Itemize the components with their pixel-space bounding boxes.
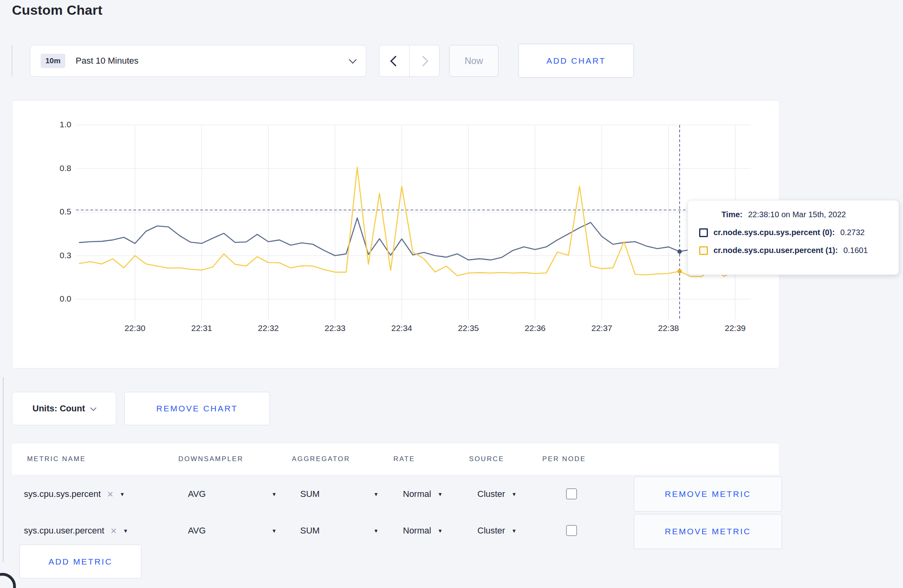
source-select[interactable]: Cluster▼ xyxy=(477,526,517,536)
toolbar-divider xyxy=(12,45,12,76)
caret-down-icon[interactable]: ▼ xyxy=(272,491,277,497)
tooltip-series-value: 0.2732 xyxy=(840,228,865,237)
per-node-checkbox[interactable] xyxy=(566,525,577,536)
time-range-badge: 10m xyxy=(41,54,65,68)
tooltip-series-name: cr.node.sys.cpu.user.percent (1): xyxy=(713,246,838,255)
downsampler-value: AVG xyxy=(188,489,206,499)
rate-value: Normal xyxy=(403,526,431,536)
y-axis-label: 0.5 xyxy=(47,207,71,216)
aggregator-select[interactable]: SUM xyxy=(300,489,320,499)
series-line-sys xyxy=(79,218,746,260)
tooltip-series-value: 0.1601 xyxy=(843,246,868,255)
downsampler-select[interactable]: AVG xyxy=(188,489,206,499)
chevron-down-icon xyxy=(90,405,97,411)
tooltip-time-label: Time: xyxy=(721,210,743,219)
col-metric-name: METRIC NAME xyxy=(27,455,86,463)
time-range-label: Past 10 Minutes xyxy=(76,56,139,66)
col-source: SOURCE xyxy=(469,455,504,463)
downsampler-select[interactable]: AVG xyxy=(188,526,206,536)
x-axis-label: 22:38 xyxy=(647,323,690,333)
time-nav-group xyxy=(379,45,440,77)
caret-down-icon[interactable]: ▼ xyxy=(272,528,277,534)
units-label: Units: Count xyxy=(33,403,85,414)
metric-name-select[interactable]: sys.cpu.user.percent × ▼ xyxy=(24,526,128,536)
cropped-floating-button xyxy=(0,573,16,588)
prev-range-button[interactable] xyxy=(379,45,409,76)
x-axis-label: 22:34 xyxy=(380,323,424,333)
section-left-rule xyxy=(3,377,4,562)
chevron-down-icon xyxy=(349,56,357,64)
y-axis-label: 1.0 xyxy=(47,120,71,129)
y-axis-label: 0.3 xyxy=(47,251,71,260)
y-axis-label: 0.8 xyxy=(47,164,71,173)
remove-metric-button[interactable]: REMOVE METRIC xyxy=(634,477,782,512)
rate-value: Normal xyxy=(403,489,431,499)
rate-select[interactable]: Normal▼ xyxy=(403,526,443,536)
custom-chart-page: Custom Chart 10m Past 10 Minutes Now ADD… xyxy=(0,0,903,588)
x-axis-label: 22:33 xyxy=(313,323,357,333)
units-select[interactable]: Units: Count xyxy=(12,392,116,425)
now-button[interactable]: Now xyxy=(449,45,498,77)
remove-chart-button[interactable]: REMOVE CHART xyxy=(124,392,270,425)
metric-name-value: sys.cpu.sys.percent xyxy=(24,489,101,499)
series-swatch-user-icon xyxy=(699,246,708,255)
tooltip-time: Time:22:38:10 on Mar 15th, 2022 xyxy=(721,210,889,219)
series-swatch-sys-icon xyxy=(699,228,708,237)
caret-down-icon: ▼ xyxy=(512,491,517,497)
time-range-select[interactable]: 10m Past 10 Minutes xyxy=(30,45,366,77)
tooltip-series-row: cr.node.sys.cpu.sys.percent (0): 0.2732 xyxy=(699,228,889,237)
caret-down-icon: ▼ xyxy=(438,491,443,497)
metric-name-select[interactable]: sys.cpu.sys.percent × ▼ xyxy=(24,489,125,499)
y-axis-label: 0.0 xyxy=(47,294,71,304)
caret-down-icon: ▼ xyxy=(119,491,125,497)
col-aggregator: AGGREGATOR xyxy=(292,455,350,463)
col-rate: RATE xyxy=(393,455,415,463)
chevron-left-icon xyxy=(390,56,401,66)
x-axis-label: 22:36 xyxy=(513,323,557,333)
table-row: sys.cpu.user.percent × ▼ AVG ▼ SUM ▼ Nor… xyxy=(12,513,779,549)
caret-down-icon: ▼ xyxy=(512,528,517,534)
aggregator-value: SUM xyxy=(300,526,320,536)
tooltip-time-value: 22:38:10 on Mar 15th, 2022 xyxy=(748,210,846,219)
x-axis-label: 22:39 xyxy=(713,323,757,333)
x-axis-label: 22:35 xyxy=(447,323,491,333)
x-axis-label: 22:31 xyxy=(180,323,224,333)
next-range-button[interactable] xyxy=(409,45,440,76)
chart-card[interactable]: 0.00.30.50.81.022:3022:3122:3222:3322:34… xyxy=(12,100,780,368)
x-axis-label: 22:32 xyxy=(246,323,290,333)
remove-value-icon[interactable]: × xyxy=(111,526,117,536)
caret-down-icon: ▼ xyxy=(123,528,128,534)
metrics-table-header: METRIC NAME DOWNSAMPLER AGGREGATOR RATE … xyxy=(12,444,779,475)
chevron-right-icon xyxy=(418,56,428,66)
caret-down-icon: ▼ xyxy=(438,528,443,534)
caret-down-icon[interactable]: ▼ xyxy=(373,528,379,534)
page-title: Custom Chart xyxy=(12,2,102,18)
x-axis-label: 22:37 xyxy=(580,323,624,333)
col-per-node: PER NODE xyxy=(542,455,586,463)
add-chart-button[interactable]: ADD CHART xyxy=(518,44,634,78)
add-metric-button[interactable]: ADD METRIC xyxy=(20,545,141,578)
hover-dot-sys xyxy=(677,249,682,254)
aggregator-select[interactable]: SUM xyxy=(300,526,320,536)
source-value: Cluster xyxy=(477,489,505,499)
x-axis-label: 22:30 xyxy=(113,323,157,333)
remove-metric-button[interactable]: REMOVE METRIC xyxy=(634,514,782,549)
per-node-checkbox[interactable] xyxy=(566,489,577,499)
table-row: sys.cpu.sys.percent × ▼ AVG ▼ SUM ▼ Norm… xyxy=(12,476,779,512)
series-line-user xyxy=(79,167,746,276)
source-value: Cluster xyxy=(477,526,505,536)
aggregator-value: SUM xyxy=(300,489,320,499)
chart-tooltip: Time:22:38:10 on Mar 15th, 2022 cr.node.… xyxy=(688,200,899,275)
metric-name-value: sys.cpu.user.percent xyxy=(24,526,104,536)
caret-down-icon[interactable]: ▼ xyxy=(373,491,379,497)
remove-value-icon[interactable]: × xyxy=(107,489,113,499)
tooltip-series-name: cr.node.sys.cpu.sys.percent (0): xyxy=(713,228,835,237)
downsampler-value: AVG xyxy=(188,526,206,536)
source-select[interactable]: Cluster▼ xyxy=(477,489,517,499)
col-downsampler: DOWNSAMPLER xyxy=(178,455,244,463)
tooltip-series-row: cr.node.sys.cpu.user.percent (1): 0.1601 xyxy=(699,246,889,255)
rate-select[interactable]: Normal▼ xyxy=(403,489,443,499)
hover-dot-user xyxy=(677,269,682,273)
